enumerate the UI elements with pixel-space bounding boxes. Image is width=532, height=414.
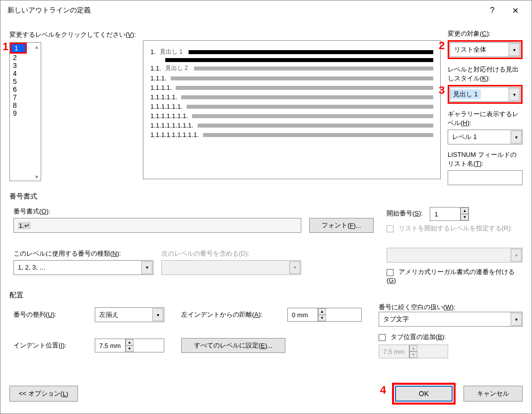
tabstop-row[interactable]: タブ位置の追加(B): — [379, 333, 523, 342]
callout-1: 1 — [2, 40, 8, 53]
chevron-down-icon[interactable]: ▾ — [511, 313, 522, 326]
spin-down-icon: ▼ — [409, 351, 417, 358]
include-combo: ▾ — [161, 260, 301, 275]
numfmt-label: 番号書式(O): — [13, 207, 301, 216]
listnum-field[interactable] — [448, 170, 523, 185]
numtype-combo[interactable]: 1, 2, 3, … ▾ — [13, 260, 153, 275]
chevron-down-icon[interactable]: ▾ — [511, 131, 522, 143]
outline-preview: 1. 見出し 1 1.1. 見出し 2 1.1.1. 1.1.1.1. 1.1.… — [143, 40, 441, 179]
help-button[interactable]: ? — [481, 2, 504, 18]
level-item-8[interactable]: 8 — [10, 101, 33, 109]
spin-down-icon[interactable]: ▼ — [126, 345, 133, 352]
spin-down-icon[interactable]: ▼ — [461, 214, 468, 220]
align-combo[interactable]: 左揃え ▾ — [95, 307, 164, 322]
heading-style-combo[interactable]: 見出し 1 ▾ — [450, 87, 521, 102]
startnum-label: 開始番号(S): 1 ▲▼ — [387, 207, 523, 221]
level-item-9[interactable]: 9 — [10, 109, 33, 117]
spin-down-icon[interactable]: ▼ — [318, 315, 326, 321]
chevron-down-icon: ▾ — [289, 261, 300, 274]
level-item-5[interactable]: 5 — [10, 77, 33, 85]
scroll-down-icon[interactable]: ▼ — [33, 173, 41, 181]
numtype-label: このレベルに使用する番号の種類(N): — [13, 249, 153, 258]
options-button[interactable]: << オプション(L) — [9, 386, 78, 402]
restart-checkbox — [387, 225, 394, 232]
callout-3: 3 — [439, 84, 445, 97]
level-item-1[interactable]: 1 — [11, 44, 25, 52]
level-item-4[interactable]: 4 — [10, 69, 33, 77]
follow-label: 番号に続く空白の扱い(W): — [379, 303, 523, 312]
level-item-2[interactable]: 2 — [10, 54, 33, 62]
window-title: 新しいアウトラインの定義 — [7, 6, 91, 15]
from-left-label: 左インデントからの距離(A): — [181, 310, 280, 319]
restart-combo: ▾ — [387, 248, 523, 263]
indent-spinner[interactable]: 7.5 mm ▲▼ — [95, 339, 164, 352]
level-item-7[interactable]: 7 — [10, 93, 33, 101]
chevron-down-icon[interactable]: ▾ — [509, 88, 520, 101]
chevron-down-icon[interactable]: ▾ — [152, 308, 163, 321]
startnum-spinner[interactable]: 1 ▲▼ — [430, 207, 469, 221]
legal-checkbox[interactable] — [387, 269, 394, 276]
legal-row[interactable]: アメリカ式リーガル書式の連番を付ける(G) — [387, 268, 523, 284]
ok-button[interactable]: OK — [395, 386, 453, 402]
tabstop-spinner: 7.5 mm ▲▼ — [379, 345, 448, 358]
align-label: 番号の整列(U): — [13, 310, 88, 319]
font-button[interactable]: フォント(F)... — [309, 218, 374, 233]
spin-up-icon[interactable]: ▲ — [318, 308, 326, 315]
target-combo[interactable]: リスト全体 ▾ — [450, 42, 521, 57]
heading-style-label: レベルと対応付ける見出しスタイル(K): — [448, 65, 523, 83]
titlebar: 新しいアウトラインの定義 ? ✕ — [0, 0, 532, 20]
gallery-combo[interactable]: レベル 1 ▾ — [448, 130, 523, 144]
chevron-down-icon[interactable]: ▾ — [509, 43, 520, 56]
numfmt-field[interactable]: 1.↵ — [13, 218, 301, 233]
from-left-spinner[interactable]: 0 mm ▲▼ — [287, 308, 362, 322]
listnum-label: LISTNUM フィールドのリスト名(T): — [448, 150, 523, 168]
level-item-3[interactable]: 3 — [10, 62, 33, 69]
gallery-label: ギャラリーに表示するレベル(H): — [448, 110, 523, 128]
indent-label: インデント位置(I): — [13, 341, 88, 350]
restart-row: リストを開始するレベルを指定する(R): — [387, 224, 523, 233]
scroll-up-icon[interactable]: ▲ — [33, 43, 41, 51]
level-item-6[interactable]: 6 — [10, 85, 33, 93]
set-all-button[interactable]: すべてのレベルに設定(E)... — [181, 338, 285, 353]
callout-4: 4 — [380, 384, 386, 397]
spin-up-icon[interactable]: ▲ — [126, 339, 133, 345]
include-label: 次のレベルの番号を含める(D): — [161, 249, 301, 258]
cancel-button[interactable]: キャンセル — [464, 386, 523, 402]
chevron-down-icon: ▾ — [511, 249, 522, 262]
follow-combo[interactable]: タブ文字 ▾ — [379, 312, 523, 327]
pos-section-label: 配置 — [9, 291, 523, 300]
tabstop-checkbox[interactable] — [379, 334, 386, 341]
numfmt-section-label: 番号書式 — [9, 192, 523, 201]
titlebar-buttons: ? ✕ — [481, 2, 527, 18]
callout-2: 2 — [439, 39, 445, 52]
spin-up-icon[interactable]: ▲ — [461, 207, 468, 214]
pick-level-label: 変更するレベルをクリックしてください(V): — [9, 30, 136, 39]
target-label: 変更の対象(C): — [448, 29, 523, 38]
chevron-down-icon[interactable]: ▾ — [141, 261, 152, 274]
level-list[interactable]: 1 2 3 4 5 6 7 8 9 ▲ ▼ — [9, 42, 41, 181]
spin-up-icon: ▲ — [409, 345, 417, 351]
level-scrollbar[interactable]: ▲ ▼ — [33, 43, 41, 181]
close-button[interactable]: ✕ — [504, 2, 527, 18]
